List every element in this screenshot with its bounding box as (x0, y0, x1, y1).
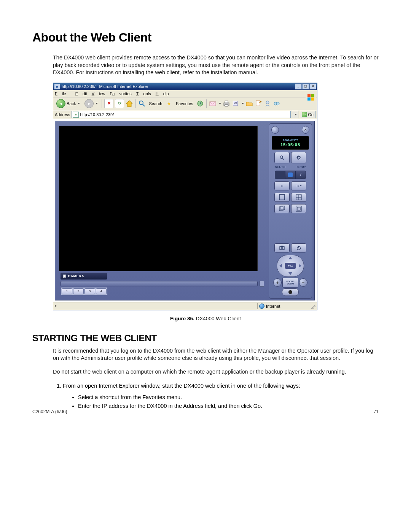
figure-ie-window: e http://10.80.2.239/ - Microsoft Intern… (53, 83, 379, 310)
camera-btn-1[interactable]: 1 (62, 288, 72, 294)
dx4000-client-frame: ▣ CAMERA 1 2 3 4 – ✕ (55, 121, 315, 300)
mode-left[interactable] (275, 171, 285, 179)
menu-favorites[interactable]: Favorites (110, 91, 132, 96)
camera-label-bar: ▣ CAMERA (61, 273, 107, 280)
back-button[interactable]: ◄Back (55, 99, 81, 108)
side-control-panel: – ✕ 2006/02/07 15:05:08 (269, 123, 312, 299)
camera-icon: ▣ (63, 274, 67, 278)
clock-time: 15:05:08 (272, 142, 309, 147)
address-label: Address (55, 112, 70, 117)
heading-about: About the Web Client (32, 30, 379, 45)
home-button[interactable] (126, 100, 133, 107)
ptz-right[interactable] (299, 264, 301, 268)
address-dropdown[interactable] (292, 111, 298, 118)
print-icon[interactable] (223, 100, 230, 107)
search-icon[interactable] (138, 100, 146, 107)
camera-btn-3[interactable]: 3 (84, 288, 95, 294)
display-mode-bar: i (275, 171, 306, 179)
word-icon[interactable]: W (232, 100, 239, 107)
mode-info[interactable]: i (296, 171, 306, 179)
ptz-down[interactable] (288, 272, 292, 275)
focus-zoom-minus[interactable]: − (299, 278, 307, 287)
footer-page-number: 71 (374, 409, 379, 414)
folder-icon[interactable] (245, 100, 253, 107)
timeline-grip[interactable] (260, 281, 264, 287)
history-icon[interactable] (196, 100, 204, 107)
mode-blue[interactable] (285, 171, 296, 179)
menu-help[interactable]: Help (156, 91, 169, 96)
camera-btn-2[interactable]: 2 (73, 288, 84, 294)
favorites-star-icon[interactable]: ★ (165, 100, 173, 107)
edit-icon[interactable] (255, 100, 262, 107)
clock-display: 2006/02/07 15:05:08 (272, 136, 309, 150)
ptz-left[interactable] (279, 264, 282, 268)
ptz-label: PTZ (285, 263, 296, 269)
rule (32, 47, 379, 47)
address-input[interactable]: e http://10.80.2.239/ (72, 111, 291, 118)
minimize-panel-button[interactable]: – (271, 126, 279, 134)
status-page-icon: e (55, 304, 59, 308)
ie-title-bar: e http://10.80.2.239/ - Microsoft Intern… (53, 83, 317, 90)
svg-rect-28 (281, 246, 283, 246)
svg-rect-26 (280, 246, 284, 249)
resize-grip[interactable] (310, 304, 315, 309)
power-button[interactable] (291, 243, 306, 252)
extra-icon[interactable] (273, 100, 280, 107)
page-icon: e (73, 112, 79, 118)
layout-full-button[interactable] (291, 204, 306, 213)
ie-address-bar: Address e http://10.80.2.239/ → Go (53, 110, 317, 119)
svg-rect-10 (225, 105, 228, 106)
minimize-button[interactable]: _ (295, 83, 302, 89)
svg-point-15 (280, 156, 283, 158)
svg-rect-25 (297, 207, 300, 210)
timeline-track[interactable] (61, 281, 258, 286)
camera-buttons: 1 2 3 4 (61, 287, 108, 296)
svg-rect-24 (296, 206, 301, 211)
layout-seq-button[interactable] (274, 204, 290, 213)
focus-zoom-plus[interactable]: + (273, 278, 282, 287)
para-warning: Do not start the web client on a compute… (53, 368, 379, 376)
stop-button[interactable]: ✕ (104, 99, 113, 108)
ptz-up[interactable] (288, 257, 292, 259)
brightness-up-button[interactable]: -☼+ (291, 181, 306, 190)
ptz-dpad: PTZ (277, 255, 304, 277)
svg-rect-3 (311, 97, 314, 101)
close-panel-button[interactable]: ✕ (302, 126, 309, 134)
go-button[interactable]: → Go (300, 111, 315, 118)
forward-button[interactable]: ► (83, 99, 99, 108)
svg-line-16 (282, 158, 284, 160)
record-button[interactable] (282, 288, 299, 296)
maximize-button[interactable]: ▢ (302, 83, 309, 89)
mail-icon[interactable] (209, 100, 217, 107)
menu-view[interactable]: View (92, 91, 105, 96)
menu-edit[interactable]: Edit (75, 91, 87, 96)
layout-1x1-button[interactable] (274, 193, 290, 202)
intro-paragraph: The DX4000 web client provides remote ac… (53, 54, 379, 77)
brightness-down-button[interactable]: -☼- (274, 181, 290, 190)
camera-btn-4[interactable]: 4 (96, 288, 107, 294)
internet-zone-icon (259, 304, 264, 309)
step-1: From an open Internet Explorer window, s… (63, 382, 379, 411)
svg-rect-0 (307, 94, 311, 97)
favorites-button[interactable]: Favorites (174, 99, 194, 108)
status-zone: Internet (257, 303, 309, 309)
setup-label: SETUP (297, 166, 306, 168)
refresh-button[interactable]: ⟳ (115, 99, 124, 108)
layout-2x2-button[interactable] (291, 193, 306, 202)
search-label: SEARCH (275, 166, 287, 168)
menu-file[interactable]: File (55, 91, 71, 96)
setup-button[interactable] (291, 152, 306, 163)
snapshot-button[interactable] (274, 243, 290, 252)
ie-toolbar: ◄Back ► ✕ ⟳ Search ★ Favorites (53, 97, 317, 110)
close-button[interactable]: ✕ (309, 83, 316, 89)
svg-rect-2 (307, 97, 311, 101)
clock-date: 2006/02/07 (272, 139, 309, 142)
heading-starting: STARTING THE WEB CLIENT (32, 333, 379, 343)
windows-logo-icon (306, 90, 316, 104)
menu-tools[interactable]: Tools (136, 91, 151, 96)
messenger-icon[interactable] (264, 100, 271, 107)
search-button[interactable]: Search (147, 99, 164, 108)
svg-rect-18 (279, 195, 285, 200)
search-button[interactable] (274, 152, 290, 163)
svg-rect-1 (311, 94, 314, 97)
